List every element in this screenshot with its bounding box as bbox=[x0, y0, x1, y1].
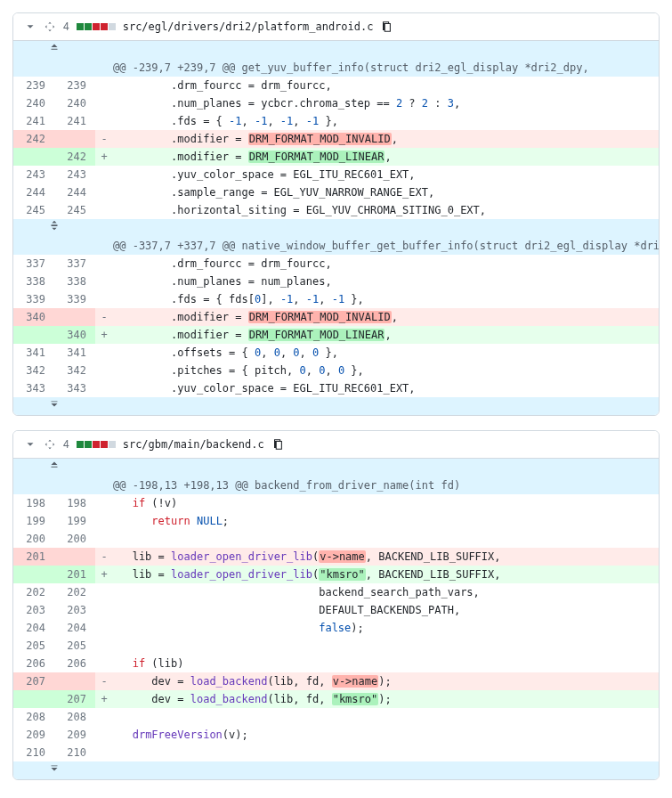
new-line-number[interactable] bbox=[54, 308, 95, 326]
chevron-down-icon[interactable] bbox=[24, 438, 36, 451]
code-content bbox=[113, 744, 659, 761]
old-line-number[interactable]: 198 bbox=[13, 494, 54, 512]
expand-row[interactable] bbox=[13, 397, 659, 415]
code-content: .offsets = { 0, 0, 0, 0 }, bbox=[113, 344, 659, 362]
old-line-number[interactable]: 342 bbox=[13, 362, 54, 379]
new-line-number[interactable]: 241 bbox=[54, 112, 95, 130]
expand-down-icon[interactable] bbox=[13, 761, 95, 779]
new-line-number[interactable] bbox=[54, 672, 95, 690]
expand-up-icon[interactable] bbox=[13, 41, 95, 59]
new-line-number[interactable]: 198 bbox=[54, 494, 95, 512]
expand-row[interactable] bbox=[13, 761, 659, 779]
new-line-number[interactable]: 342 bbox=[54, 362, 95, 379]
new-line-number[interactable]: 337 bbox=[54, 255, 95, 273]
old-line-number[interactable]: 240 bbox=[13, 94, 54, 112]
drag-icon[interactable] bbox=[44, 438, 56, 451]
expand-row[interactable] bbox=[13, 459, 659, 476]
new-line-number[interactable]: 206 bbox=[54, 655, 95, 672]
new-line-number[interactable]: 244 bbox=[54, 183, 95, 201]
code-line: 205205 bbox=[13, 637, 659, 655]
code-line: 198198 if (!v) bbox=[13, 494, 659, 512]
old-line-number[interactable]: 207 bbox=[13, 672, 54, 690]
new-line-number[interactable]: 239 bbox=[54, 77, 95, 94]
new-line-number[interactable]: 200 bbox=[54, 530, 95, 548]
new-line-number[interactable] bbox=[54, 548, 95, 566]
new-line-number[interactable]: 204 bbox=[54, 619, 95, 637]
new-line-number[interactable]: 209 bbox=[54, 726, 95, 744]
new-line-number[interactable]: 208 bbox=[54, 708, 95, 726]
new-line-number[interactable]: 343 bbox=[54, 379, 95, 397]
code-line: 208208 bbox=[13, 708, 659, 726]
code-line: 203203 DEFAULT_BACKENDS_PATH, bbox=[13, 601, 659, 619]
diff-marker bbox=[95, 255, 113, 273]
old-line-number[interactable]: 199 bbox=[13, 512, 54, 530]
new-line-number[interactable] bbox=[54, 130, 95, 148]
new-line-number[interactable]: 339 bbox=[54, 290, 95, 308]
old-line-number[interactable]: 343 bbox=[13, 379, 54, 397]
new-line-number[interactable]: 205 bbox=[54, 637, 95, 655]
diffstat bbox=[77, 441, 116, 448]
old-line-number[interactable]: 208 bbox=[13, 708, 54, 726]
file-path[interactable]: src/egl/drivers/dri2/platform_android.c bbox=[123, 20, 374, 33]
old-line-number[interactable]: 201 bbox=[13, 548, 54, 566]
old-line-number[interactable]: 239 bbox=[13, 77, 54, 94]
expand-row[interactable] bbox=[13, 41, 659, 59]
old-line-number[interactable]: 242 bbox=[13, 130, 54, 148]
new-line-number[interactable]: 201 bbox=[54, 566, 95, 583]
old-line-number[interactable]: 200 bbox=[13, 530, 54, 548]
old-line-number[interactable]: 337 bbox=[13, 255, 54, 273]
new-line-number[interactable]: 245 bbox=[54, 201, 95, 219]
new-line-number[interactable]: 341 bbox=[54, 344, 95, 362]
copy-path-icon[interactable] bbox=[380, 20, 393, 33]
code-line: 201- lib = loader_open_driver_lib(v->nam… bbox=[13, 548, 659, 566]
old-line-number[interactable]: 204 bbox=[13, 619, 54, 637]
old-line-number[interactable]: 340 bbox=[13, 308, 54, 326]
old-line-number[interactable]: 209 bbox=[13, 726, 54, 744]
new-line-number[interactable]: 243 bbox=[54, 166, 95, 183]
expand-both-icon[interactable] bbox=[13, 219, 95, 237]
new-line-number[interactable]: 202 bbox=[54, 583, 95, 601]
old-line-number[interactable]: 339 bbox=[13, 290, 54, 308]
old-line-number[interactable]: 202 bbox=[13, 583, 54, 601]
old-line-number[interactable]: 241 bbox=[13, 112, 54, 130]
old-line-number[interactable]: 341 bbox=[13, 344, 54, 362]
diff-table: @@ -198,13 +198,13 @@ backend_from_drive… bbox=[13, 459, 659, 779]
code-content: .modifier = DRM_FORMAT_MOD_LINEAR, bbox=[113, 326, 659, 344]
drag-icon[interactable] bbox=[44, 20, 56, 33]
old-line-number[interactable] bbox=[13, 566, 54, 583]
expand-down-icon[interactable] bbox=[13, 397, 95, 415]
file-block: 4src/gbm/main/backend.c@@ -198,13 +198,1… bbox=[12, 430, 660, 780]
old-line-number[interactable]: 206 bbox=[13, 655, 54, 672]
code-content: .modifier = DRM_FORMAT_MOD_LINEAR, bbox=[113, 148, 659, 166]
code-line: 337337 .drm_fourcc = drm_fourcc, bbox=[13, 255, 659, 273]
new-line-number[interactable]: 240 bbox=[54, 94, 95, 112]
new-line-number[interactable]: 207 bbox=[54, 690, 95, 708]
old-line-number[interactable]: 210 bbox=[13, 744, 54, 761]
code-content: return NULL; bbox=[113, 512, 659, 530]
old-line-number[interactable]: 338 bbox=[13, 273, 54, 290]
expand-up-icon[interactable] bbox=[13, 459, 95, 476]
old-line-number[interactable]: 245 bbox=[13, 201, 54, 219]
file-path[interactable]: src/gbm/main/backend.c bbox=[123, 438, 264, 451]
new-line-number[interactable]: 242 bbox=[54, 148, 95, 166]
old-line-number[interactable]: 203 bbox=[13, 601, 54, 619]
code-content: .num_planes = num_planes, bbox=[113, 273, 659, 290]
new-line-number[interactable]: 340 bbox=[54, 326, 95, 344]
chevron-down-icon[interactable] bbox=[24, 20, 36, 33]
old-line-number[interactable] bbox=[13, 326, 54, 344]
code-line: 201+ lib = loader_open_driver_lib("kmsro… bbox=[13, 566, 659, 583]
code-content: DEFAULT_BACKENDS_PATH, bbox=[113, 601, 659, 619]
copy-path-icon[interactable] bbox=[271, 438, 284, 451]
new-line-number[interactable]: 203 bbox=[54, 601, 95, 619]
old-line-number[interactable]: 244 bbox=[13, 183, 54, 201]
expand-row[interactable] bbox=[13, 219, 659, 237]
old-line-number[interactable]: 243 bbox=[13, 166, 54, 183]
new-line-number[interactable]: 210 bbox=[54, 744, 95, 761]
old-line-number[interactable] bbox=[13, 148, 54, 166]
new-line-number[interactable]: 338 bbox=[54, 273, 95, 290]
diffstat-square bbox=[77, 441, 84, 448]
code-line: 245245 .horizontal_siting = EGL_YUV_CHRO… bbox=[13, 201, 659, 219]
old-line-number[interactable]: 205 bbox=[13, 637, 54, 655]
new-line-number[interactable]: 199 bbox=[54, 512, 95, 530]
old-line-number[interactable] bbox=[13, 690, 54, 708]
